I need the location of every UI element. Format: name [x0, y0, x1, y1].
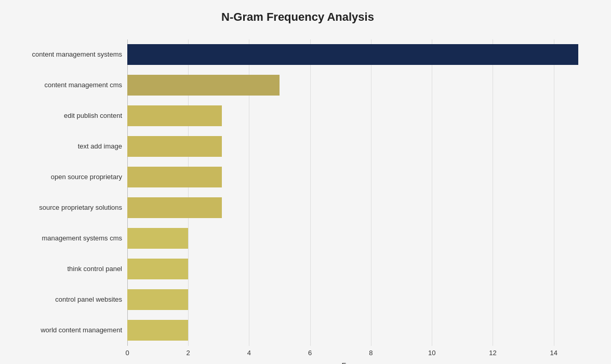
bar-label: think control panel — [5, 265, 127, 273]
x-axis-container: Frequency 02468101214 — [5, 346, 590, 364]
x-axis: Frequency 02468101214 — [127, 349, 590, 364]
x-tick-label: 12 — [489, 349, 496, 357]
x-tick-label: 14 — [550, 349, 557, 357]
chart-container: N-Gram Frequency Analysis content manage… — [0, 0, 611, 364]
bar-track — [127, 136, 590, 157]
bar-fill — [127, 167, 222, 187]
bar-row: world content management — [5, 315, 590, 345]
bar-track — [127, 105, 590, 126]
x-tick-label: 0 — [125, 349, 129, 357]
x-axis-title: Frequency — [341, 361, 376, 364]
bar-track — [127, 228, 590, 249]
bar-label: source proprietary solutions — [5, 204, 127, 211]
bar-fill — [127, 75, 280, 96]
bar-track — [127, 44, 590, 65]
bar-row: content management cms — [5, 70, 590, 100]
bar-fill — [127, 136, 222, 157]
bar-track — [127, 75, 590, 96]
bar-label: management systems cms — [5, 234, 127, 242]
bar-label: open source proprietary — [5, 173, 127, 181]
chart-title: N-Gram Frequency Analysis — [5, 10, 590, 24]
bar-row: edit publish content — [5, 101, 590, 130]
bars-section: content management systemscontent manage… — [5, 39, 590, 346]
bar-track — [127, 289, 590, 310]
bar-label: content management systems — [5, 50, 127, 58]
bar-label: text add image — [5, 142, 127, 150]
bar-fill — [127, 259, 188, 279]
bar-track — [127, 167, 590, 187]
bar-row: control panel websites — [5, 285, 590, 314]
bar-label: content management cms — [5, 81, 127, 89]
bar-fill — [127, 289, 188, 310]
bar-fill — [127, 228, 188, 249]
x-tick-label: 8 — [369, 349, 373, 357]
bar-row: think control panel — [5, 254, 590, 284]
bar-track — [127, 320, 590, 341]
bar-track — [127, 259, 590, 279]
x-tick-label: 10 — [428, 349, 435, 357]
x-tick-label: 4 — [247, 349, 251, 357]
bar-label: edit publish content — [5, 112, 127, 119]
bar-fill — [127, 320, 188, 341]
x-tick-label: 6 — [308, 349, 312, 357]
bar-row: source proprietary solutions — [5, 193, 590, 222]
bar-fill — [127, 197, 222, 218]
bar-label: control panel websites — [5, 295, 127, 303]
x-tick-label: 2 — [187, 349, 190, 357]
chart-area: content management systemscontent manage… — [5, 39, 590, 330]
bar-row: management systems cms — [5, 223, 590, 253]
bar-fill — [127, 105, 222, 126]
bar-track — [127, 197, 590, 218]
bar-label: world content management — [5, 326, 127, 334]
bar-row: text add image — [5, 131, 590, 161]
bar-row: content management systems — [5, 39, 590, 69]
bar-fill — [127, 44, 578, 65]
bar-row: open source proprietary — [5, 162, 590, 192]
